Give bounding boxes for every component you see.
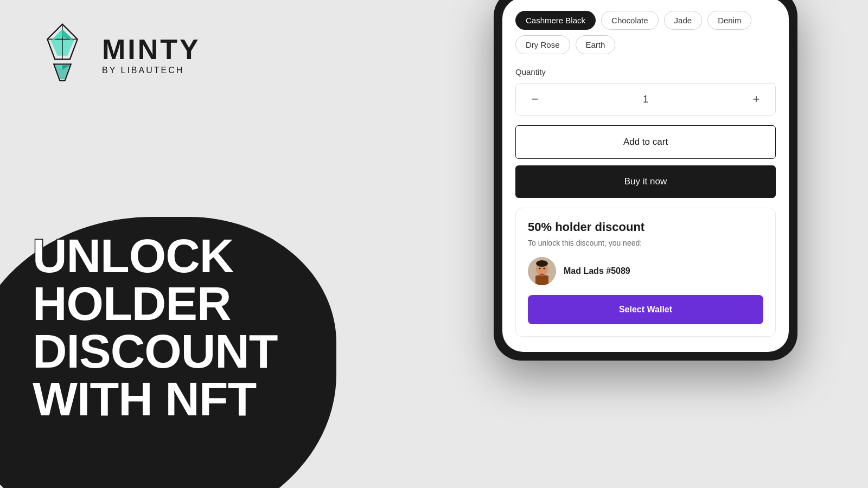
select-wallet-button[interactable]: Select Wallet	[528, 295, 763, 324]
headline-line1: UNLOCK	[33, 232, 401, 280]
nft-name: Mad Lads #5089	[564, 266, 630, 276]
right-section: Cashmere Black Chocolate Jade Denim Dry …	[423, 0, 868, 488]
svg-point-13	[536, 260, 548, 267]
discount-subtitle: To unlock this discount, you need:	[528, 239, 763, 247]
quantity-label: Quantity	[515, 67, 776, 76]
logo-subtitle: BY LIBAUTECH	[102, 66, 201, 75]
svg-point-14	[539, 268, 541, 269]
discount-title: 50% holder discount	[528, 220, 763, 234]
buy-now-button[interactable]: Buy it now	[515, 165, 776, 198]
phone-mockup: Cashmere Black Chocolate Jade Denim Dry …	[494, 0, 797, 361]
color-chip-earth[interactable]: Earth	[576, 35, 616, 54]
logo-text-group: MINTY BY LIBAUTECH	[102, 33, 201, 75]
svg-point-15	[544, 268, 545, 269]
discount-card: 50% holder discount To unlock this disco…	[515, 208, 776, 337]
color-chip-dry-rose[interactable]: Dry Rose	[515, 35, 570, 54]
color-options: Cashmere Black Chocolate Jade Denim Dry …	[515, 11, 776, 54]
color-chip-denim[interactable]: Denim	[707, 11, 751, 30]
logo-title: MINTY	[102, 33, 201, 66]
quantity-value: 1	[554, 94, 737, 105]
headline-line3: WITH NFT	[33, 375, 401, 423]
nft-item: Mad Lads #5089	[528, 257, 763, 285]
svg-rect-11	[535, 275, 548, 285]
nft-avatar-image	[528, 257, 556, 285]
quantity-decrease-button[interactable]: −	[516, 84, 554, 115]
logo-area: MINTY BY LIBAUTECH	[33, 22, 401, 87]
color-chip-jade[interactable]: Jade	[664, 11, 703, 30]
minty-logo-icon	[33, 22, 92, 87]
quantity-increase-button[interactable]: +	[737, 84, 775, 115]
add-to-cart-button[interactable]: Add to cart	[515, 125, 776, 159]
headline: UNLOCK HOLDER DISCOUNT WITH NFT	[33, 232, 401, 423]
nft-avatar	[528, 257, 556, 285]
phone-screen: Cashmere Black Chocolate Jade Denim Dry …	[502, 0, 789, 352]
left-section: MINTY BY LIBAUTECH UNLOCK HOLDER DISCOUN…	[0, 0, 434, 488]
color-chip-chocolate[interactable]: Chocolate	[601, 11, 659, 30]
headline-line2: HOLDER DISCOUNT	[33, 280, 401, 375]
quantity-control: − 1 +	[515, 83, 776, 115]
color-chip-cashmere-black[interactable]: Cashmere Black	[515, 11, 596, 30]
